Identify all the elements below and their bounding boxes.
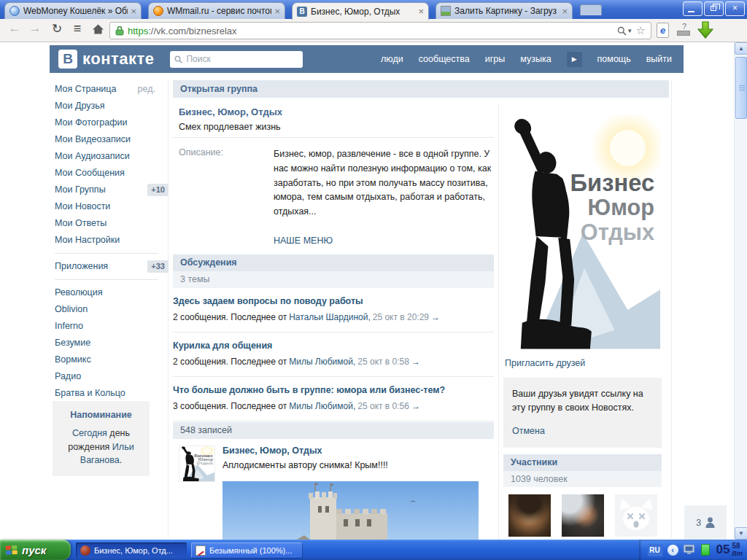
topic-title-link[interactable]: Курилка для общения [173,341,494,351]
sidebar-item-videos[interactable]: Мои Видеозаписи [55,131,158,148]
tab-image-upload[interactable]: Залить Картинку - Загруз × [436,2,573,19]
sidebar-item-label: Мои Настройки [55,235,120,245]
sidebar-item-apps[interactable]: Приложения+33 [55,258,158,275]
person-icon [705,517,715,528]
vk-search-box[interactable] [170,51,303,68]
nav-music[interactable]: музыка [520,54,551,64]
topic-open-arrow-icon[interactable]: → [411,401,420,411]
group-name-link[interactable]: Бизнес, Юмор, Отдых [179,106,494,117]
sidebar-item-answers[interactable]: Мои Ответы [55,215,158,232]
nav-more-play-icon[interactable]: ▶ [567,52,582,67]
vertical-scrollbar[interactable]: ▲ ▼ [734,42,747,540]
discussions-header[interactable]: Обсуждения [173,254,494,271]
close-tab-icon[interactable]: × [274,7,280,16]
today-link[interactable]: Сегодня [72,428,107,438]
nav-help[interactable]: помощь [597,54,631,64]
group-photo-banner[interactable] [505,115,660,350]
sidebar-item-settings[interactable]: Мои Настройки [55,232,158,249]
post-author-avatar[interactable] [179,446,215,482]
taskbar-clock[interactable]: 05 58 Вт [716,542,743,557]
wall-post: Бизнес, Юмор, Отдых Аплодисменты автору … [179,446,494,482]
member-avatar[interactable] [508,494,551,537]
close-tab-icon[interactable]: × [418,7,424,16]
language-indicator[interactable]: RU [648,544,662,556]
menu-icon[interactable]: ≡ [69,21,86,36]
cancel-link[interactable]: Отмена [512,424,653,438]
clock-minutes: 58 [732,542,743,551]
tab-webmoney[interactable]: WebMoney Кошелёк » Обм × [4,2,142,19]
post-author-link[interactable]: Бизнес, Юмор, Отдых [222,446,388,456]
home-icon[interactable] [89,23,107,39]
zoom-icon[interactable] [617,26,627,36]
sidebar-item-label: Мои Группы [55,184,106,195]
minimize-button[interactable] [683,1,703,16]
our-menu-link[interactable]: НАШЕ МЕНЮ [274,234,494,249]
reload-icon[interactable]: ↻ [48,21,66,36]
invite-friends-link[interactable]: Пригласить друзей [505,358,585,368]
sidebar-app-revolution[interactable]: Революция [55,284,158,301]
tab-wmmail[interactable]: WMmail.ru - сервис почтов × [148,2,285,19]
friends-online-indicator[interactable]: 3 [684,505,727,540]
antivirus-tray-icon[interactable] [701,544,710,556]
topic-open-arrow-icon[interactable]: → [411,357,420,367]
scroll-down-button[interactable]: ▼ [735,527,747,540]
sidebar-item-label: Революция [55,287,103,298]
topic-author-link[interactable]: Милы Любимой, [289,357,355,367]
nav-communities[interactable]: сообщества [419,54,470,64]
sidebar-app-oblivion[interactable]: Oblivion [55,301,158,318]
scrollbar-thumb[interactable] [735,57,747,119]
sidebar-app-inferno[interactable]: Inferno [55,318,158,335]
search-input[interactable] [186,54,288,64]
nav-logout[interactable]: выйти [646,54,672,64]
sidebar-app-vormix[interactable]: Вормикс [55,351,158,368]
sidebar-divider [55,279,158,280]
topic-author-link[interactable]: Натальи Шардиной, [289,312,371,322]
tab-vk-active[interactable]: В Бизнес, Юмор, Отдых × [292,2,429,20]
post-photo-castle[interactable] [222,481,479,540]
sidebar-item-groups[interactable]: Мои Группы+10 [55,182,158,198]
close-button[interactable]: × [725,1,745,16]
sidebar-item-my-page[interactable]: Моя Страницаред. [55,81,158,98]
download-arrow-icon[interactable] [697,21,713,42]
sidebar-item-audios[interactable]: Мои Аудиозаписи [55,148,158,165]
scroll-up-button[interactable]: ▲ [735,42,747,55]
taskbar-task-paint[interactable]: Безымянный (100%)... [191,542,302,558]
sidebar-app-bezumie[interactable]: Безумие [55,335,158,351]
taskbar-task-vk[interactable]: Бизнес, Юмор, Отд... [76,542,187,558]
wall-posts-count[interactable]: 548 записей [173,422,494,439]
sidebar-app-bratva[interactable]: Братва и Кольцо [55,385,158,402]
close-tab-icon[interactable]: × [562,7,568,16]
sidebar-item-friends[interactable]: Мои Друзья [55,98,158,114]
sidebar-item-news[interactable]: Мои Новости [55,198,158,215]
ie-extension-icon[interactable]: e [657,23,669,38]
nav-people[interactable]: люди [381,54,403,64]
help-extension-icon[interactable]: ? [677,23,692,36]
bookmark-star-icon[interactable]: ☆ [636,24,646,37]
sidebar-item-photos[interactable]: Мои Фотографии [55,114,158,131]
members-header[interactable]: Участники [503,454,662,471]
topic-title-link[interactable]: Что больше должно быть в группе: юмора и… [173,385,494,395]
close-tab-icon[interactable]: × [131,7,136,16]
member-avatar[interactable] [562,494,604,537]
member-avatar-deleted[interactable] [615,494,657,537]
topic-open-arrow-icon[interactable]: → [431,312,440,322]
restore-button[interactable] [704,1,724,16]
address-bar[interactable]: https://vk.com/biznesrelax ▾ ☆ [109,22,651,39]
tab-title: Бизнес, Юмор, Отдых [311,7,415,17]
back-icon[interactable]: ← [6,21,23,36]
topic-author-link[interactable]: Милы Любимой, [289,401,355,411]
forward-icon[interactable]: → [26,21,44,36]
collapse-tray-icon[interactable]: ‹ [667,545,678,556]
sidebar-item-messages[interactable]: Мои Сообщения [55,165,158,182]
url-text: ://vk.com/biznesrelax [148,26,236,36]
nav-games[interactable]: игры [485,54,505,64]
sidebar-app-radio[interactable]: Радио [55,368,158,385]
vk-logo[interactable]: В контакте [58,50,154,69]
new-tab-button[interactable] [580,4,602,15]
chevron-down-icon[interactable]: ▾ [628,27,632,34]
edit-link[interactable]: ред. [138,81,155,98]
start-button[interactable]: пуск [0,540,71,560]
display-tray-icon[interactable] [684,545,696,555]
image-favicon-icon [441,6,451,16]
topic-title-link[interactable]: Здесь задаем вопросы по поводу работы [173,296,494,306]
